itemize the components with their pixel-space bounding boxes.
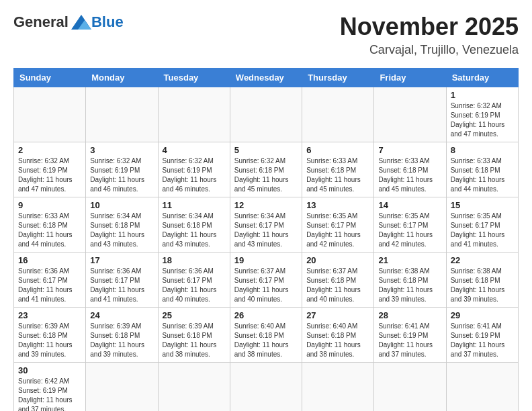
calendar-cell (158, 362, 230, 411)
day-info: Sunrise: 6:32 AM Sunset: 6:18 PM Dayligh… (234, 156, 298, 194)
logo-blue-text: Blue (91, 13, 124, 31)
day-number: 8 (451, 145, 514, 155)
day-info: Sunrise: 6:41 AM Sunset: 6:19 PM Dayligh… (378, 322, 441, 359)
day-number: 14 (378, 200, 441, 210)
calendar-cell: 12Sunrise: 6:34 AM Sunset: 6:17 PM Dayli… (230, 197, 302, 252)
day-number: 29 (451, 310, 514, 320)
day-number: 26 (234, 310, 298, 320)
day-number: 13 (306, 200, 369, 210)
header-sunday: Sunday (14, 68, 86, 87)
day-number: 1 (451, 90, 514, 100)
calendar-cell: 18Sunrise: 6:36 AM Sunset: 6:17 PM Dayli… (158, 252, 230, 307)
day-number: 4 (163, 145, 226, 155)
calendar-cell (302, 87, 374, 142)
day-info: Sunrise: 6:35 AM Sunset: 6:17 PM Dayligh… (378, 212, 441, 249)
day-number: 23 (18, 310, 81, 320)
header-friday: Friday (374, 68, 446, 87)
calendar-cell: 9Sunrise: 6:33 AM Sunset: 6:18 PM Daylig… (14, 197, 86, 252)
calendar-cell: 13Sunrise: 6:35 AM Sunset: 6:17 PM Dayli… (302, 197, 374, 252)
calendar-cell (86, 87, 158, 142)
calendar-row-2: 9Sunrise: 6:33 AM Sunset: 6:18 PM Daylig… (14, 197, 519, 252)
calendar-cell (86, 362, 158, 411)
day-info: Sunrise: 6:35 AM Sunset: 6:17 PM Dayligh… (306, 212, 369, 249)
calendar-cell (302, 362, 374, 411)
day-info: Sunrise: 6:37 AM Sunset: 6:18 PM Dayligh… (306, 267, 369, 304)
day-number: 5 (234, 145, 298, 155)
day-info: Sunrise: 6:33 AM Sunset: 6:18 PM Dayligh… (451, 156, 514, 194)
calendar-cell: 2Sunrise: 6:32 AM Sunset: 6:19 PM Daylig… (14, 142, 86, 197)
day-info: Sunrise: 6:40 AM Sunset: 6:18 PM Dayligh… (306, 322, 369, 359)
logo-area: General Blue (13, 13, 124, 31)
calendar-cell (374, 87, 446, 142)
day-number: 15 (451, 200, 514, 210)
day-info: Sunrise: 6:34 AM Sunset: 6:17 PM Dayligh… (234, 212, 298, 249)
calendar-row-5: 30Sunrise: 6:42 AM Sunset: 6:19 PM Dayli… (14, 362, 519, 411)
month-title: November 2025 (340, 13, 519, 40)
calendar-cell (446, 362, 518, 411)
calendar-cell: 20Sunrise: 6:37 AM Sunset: 6:18 PM Dayli… (302, 252, 374, 307)
day-info: Sunrise: 6:39 AM Sunset: 6:18 PM Dayligh… (90, 322, 153, 359)
logo-icon (71, 15, 91, 30)
day-number: 30 (18, 365, 81, 375)
header-thursday: Thursday (302, 68, 374, 87)
day-info: Sunrise: 6:33 AM Sunset: 6:18 PM Dayligh… (18, 212, 81, 249)
calendar-cell (158, 87, 230, 142)
day-info: Sunrise: 6:33 AM Sunset: 6:18 PM Dayligh… (378, 156, 441, 194)
day-info: Sunrise: 6:42 AM Sunset: 6:19 PM Dayligh… (18, 377, 81, 411)
day-number: 11 (163, 200, 226, 210)
calendar-cell (230, 87, 302, 142)
day-info: Sunrise: 6:33 AM Sunset: 6:18 PM Dayligh… (306, 156, 369, 194)
title-area: November 2025 Carvajal, Trujillo, Venezu… (340, 13, 519, 57)
calendar-cell: 23Sunrise: 6:39 AM Sunset: 6:18 PM Dayli… (14, 307, 86, 362)
calendar-cell: 30Sunrise: 6:42 AM Sunset: 6:19 PM Dayli… (14, 362, 86, 411)
calendar-cell: 7Sunrise: 6:33 AM Sunset: 6:18 PM Daylig… (374, 142, 446, 197)
calendar-cell: 15Sunrise: 6:35 AM Sunset: 6:17 PM Dayli… (446, 197, 518, 252)
calendar-cell: 6Sunrise: 6:33 AM Sunset: 6:18 PM Daylig… (302, 142, 374, 197)
day-number: 22 (451, 255, 514, 265)
day-number: 3 (90, 145, 153, 155)
calendar-row-1: 2Sunrise: 6:32 AM Sunset: 6:19 PM Daylig… (14, 142, 519, 197)
calendar-row-3: 16Sunrise: 6:36 AM Sunset: 6:17 PM Dayli… (14, 252, 519, 307)
calendar-cell: 25Sunrise: 6:39 AM Sunset: 6:18 PM Dayli… (158, 307, 230, 362)
calendar-cell: 5Sunrise: 6:32 AM Sunset: 6:18 PM Daylig… (230, 142, 302, 197)
calendar-cell: 11Sunrise: 6:34 AM Sunset: 6:18 PM Dayli… (158, 197, 230, 252)
day-info: Sunrise: 6:32 AM Sunset: 6:19 PM Dayligh… (163, 156, 226, 194)
calendar-cell: 24Sunrise: 6:39 AM Sunset: 6:18 PM Dayli… (86, 307, 158, 362)
day-number: 10 (90, 200, 153, 210)
day-number: 27 (306, 310, 369, 320)
day-info: Sunrise: 6:32 AM Sunset: 6:19 PM Dayligh… (18, 156, 81, 194)
calendar-cell: 16Sunrise: 6:36 AM Sunset: 6:17 PM Dayli… (14, 252, 86, 307)
day-number: 25 (163, 310, 226, 320)
calendar-cell (230, 362, 302, 411)
day-number: 20 (306, 255, 369, 265)
calendar-cell: 26Sunrise: 6:40 AM Sunset: 6:18 PM Dayli… (230, 307, 302, 362)
day-info: Sunrise: 6:34 AM Sunset: 6:18 PM Dayligh… (90, 212, 153, 249)
day-number: 16 (18, 255, 81, 265)
day-number: 2 (18, 145, 81, 155)
day-number: 12 (234, 200, 298, 210)
day-number: 28 (378, 310, 441, 320)
day-info: Sunrise: 6:32 AM Sunset: 6:19 PM Dayligh… (90, 156, 153, 194)
calendar-table: Sunday Monday Tuesday Wednesday Thursday… (13, 68, 519, 411)
calendar-cell (14, 87, 86, 142)
day-info: Sunrise: 6:36 AM Sunset: 6:17 PM Dayligh… (163, 267, 226, 304)
calendar-cell: 27Sunrise: 6:40 AM Sunset: 6:18 PM Dayli… (302, 307, 374, 362)
day-info: Sunrise: 6:39 AM Sunset: 6:18 PM Dayligh… (18, 322, 81, 359)
day-number: 17 (90, 255, 153, 265)
calendar-cell: 29Sunrise: 6:41 AM Sunset: 6:19 PM Dayli… (446, 307, 518, 362)
header-saturday: Saturday (446, 68, 518, 87)
day-info: Sunrise: 6:32 AM Sunset: 6:19 PM Dayligh… (451, 101, 514, 139)
day-number: 9 (18, 200, 81, 210)
calendar-cell: 8Sunrise: 6:33 AM Sunset: 6:18 PM Daylig… (446, 142, 518, 197)
day-info: Sunrise: 6:40 AM Sunset: 6:18 PM Dayligh… (234, 322, 298, 359)
calendar-cell: 14Sunrise: 6:35 AM Sunset: 6:17 PM Dayli… (374, 197, 446, 252)
calendar-cell: 19Sunrise: 6:37 AM Sunset: 6:17 PM Dayli… (230, 252, 302, 307)
header-wednesday: Wednesday (230, 68, 302, 87)
calendar-row-4: 23Sunrise: 6:39 AM Sunset: 6:18 PM Dayli… (14, 307, 519, 362)
calendar-row-0: 1Sunrise: 6:32 AM Sunset: 6:19 PM Daylig… (14, 87, 519, 142)
day-info: Sunrise: 6:38 AM Sunset: 6:18 PM Dayligh… (451, 267, 514, 304)
calendar-cell: 21Sunrise: 6:38 AM Sunset: 6:18 PM Dayli… (374, 252, 446, 307)
day-number: 24 (90, 310, 153, 320)
day-number: 7 (378, 145, 441, 155)
page-header: General Blue November 2025 Carvajal, Tru… (13, 13, 519, 57)
